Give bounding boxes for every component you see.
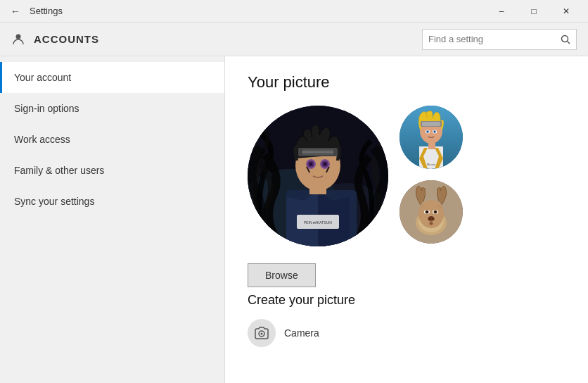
sidebar-item-your-account[interactable]: Your account xyxy=(0,62,224,93)
app-container: ACCOUNTS Your account Sign-in options Wo… xyxy=(0,23,588,383)
window-title: Settings xyxy=(30,6,63,16)
svg-point-62 xyxy=(432,218,433,220)
content-area: Your picture xyxy=(225,56,588,383)
back-button[interactable]: ← xyxy=(6,1,25,21)
camera-icon[interactable] xyxy=(248,319,276,347)
svg-point-61 xyxy=(428,218,430,220)
search-input[interactable] xyxy=(423,34,555,44)
window-controls: – □ ✕ xyxy=(485,0,582,23)
maximize-button[interactable]: □ xyxy=(518,0,550,23)
sidebar-label-your-account: Your account xyxy=(14,72,71,83)
svg-point-40 xyxy=(427,131,428,132)
svg-point-19 xyxy=(310,163,312,165)
camera-row: Camera xyxy=(248,319,565,347)
sidebar: Your account Sign-in options Work access… xyxy=(0,56,225,383)
svg-point-28 xyxy=(317,175,319,177)
svg-point-26 xyxy=(315,172,317,174)
accounts-icon xyxy=(11,32,25,46)
app-body: Your account Sign-in options Work access… xyxy=(0,56,588,383)
svg-line-2 xyxy=(568,41,570,44)
svg-text:Minato: Minato xyxy=(427,163,436,166)
search-icon xyxy=(555,29,576,50)
side-avatars: Minato xyxy=(400,106,463,244)
sidebar-label-sync-settings: Sync your settings xyxy=(14,196,94,207)
small-avatar-2[interactable] xyxy=(400,180,463,244)
svg-point-27 xyxy=(319,172,321,174)
svg-point-24 xyxy=(324,163,326,165)
sidebar-label-sign-in-options: Sign-in options xyxy=(14,103,79,114)
close-button[interactable]: ✕ xyxy=(550,0,582,23)
camera-label: Camera xyxy=(284,327,319,339)
search-box[interactable] xyxy=(422,29,577,50)
sidebar-item-sync-settings[interactable]: Sync your settings xyxy=(0,186,224,217)
svg-point-58 xyxy=(435,211,436,213)
svg-rect-45 xyxy=(422,122,440,126)
svg-point-55 xyxy=(426,211,428,213)
svg-point-43 xyxy=(434,131,435,132)
pictures-row: PEIN★AKATSUKI xyxy=(248,106,565,246)
minimize-button[interactable]: – xyxy=(485,0,518,23)
svg-point-29 xyxy=(309,158,310,159)
svg-point-0 xyxy=(16,34,21,39)
sidebar-item-sign-in-options[interactable]: Sign-in options xyxy=(0,93,224,124)
sidebar-label-work-access: Work access xyxy=(14,134,70,145)
picture-section-title: Your picture xyxy=(248,73,565,92)
sidebar-item-work-access[interactable]: Work access xyxy=(0,124,224,155)
create-picture-title: Create your picture xyxy=(248,293,565,308)
app-header: ACCOUNTS xyxy=(0,23,588,56)
svg-text:PEIN★AKATSUKI: PEIN★AKATSUKI xyxy=(304,220,332,225)
svg-point-64 xyxy=(261,333,263,335)
svg-point-60 xyxy=(428,216,434,220)
app-title: ACCOUNTS xyxy=(34,33,99,45)
main-avatar[interactable]: PEIN★AKATSUKI xyxy=(248,106,388,246)
title-bar: ← Settings – □ ✕ xyxy=(0,0,588,23)
svg-point-1 xyxy=(562,35,568,42)
browse-button[interactable]: Browse xyxy=(248,263,316,287)
sidebar-item-family-other[interactable]: Family & other users xyxy=(0,155,224,186)
svg-point-31 xyxy=(317,167,319,168)
small-avatar-1[interactable]: Minato xyxy=(400,106,463,169)
sidebar-label-family-other: Family & other users xyxy=(14,165,104,176)
svg-point-30 xyxy=(326,158,327,159)
